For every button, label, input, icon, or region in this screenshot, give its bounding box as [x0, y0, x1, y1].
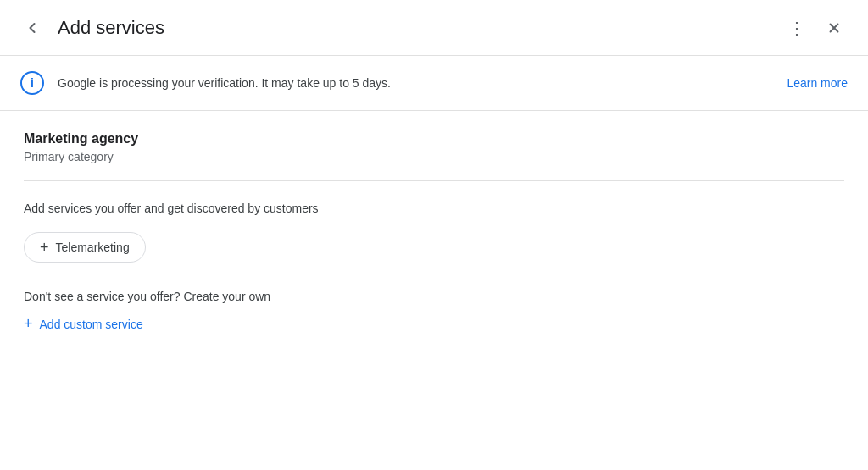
back-button[interactable]: [17, 13, 47, 43]
close-button[interactable]: [817, 11, 851, 45]
header-actions: ⋮: [780, 11, 851, 45]
category-name: Marketing agency: [24, 131, 844, 147]
services-description: Add services you offer and get discovere…: [24, 202, 844, 215]
page-title: Add services: [58, 17, 780, 39]
more-options-button[interactable]: ⋮: [780, 11, 814, 45]
add-custom-service-link[interactable]: + Add custom service: [24, 315, 143, 333]
add-custom-plus-icon: +: [24, 315, 33, 333]
category-section: Marketing agency Primary category: [24, 131, 844, 181]
back-icon: [24, 19, 41, 36]
learn-more-link[interactable]: Learn more: [787, 76, 848, 90]
chip-label: Telemarketing: [56, 241, 130, 254]
info-message: Google is processing your verification. …: [58, 76, 770, 90]
add-custom-label: Add custom service: [40, 318, 143, 331]
close-icon: [826, 20, 842, 36]
chip-plus-icon: +: [40, 240, 49, 255]
header: Add services ⋮: [0, 0, 868, 56]
create-own-prompt: Don't see a service you offer? Create yo…: [24, 290, 844, 303]
services-section: Add services you offer and get discovere…: [24, 202, 844, 286]
info-banner: i Google is processing your verification…: [0, 56, 868, 111]
telemarketing-chip[interactable]: + Telemarketing: [24, 232, 146, 263]
main-content: Marketing agency Primary category Add se…: [0, 111, 868, 353]
info-icon: i: [20, 71, 44, 95]
more-options-icon: ⋮: [788, 18, 805, 38]
create-own-section: Don't see a service you offer? Create yo…: [24, 286, 844, 333]
category-label: Primary category: [24, 150, 844, 163]
